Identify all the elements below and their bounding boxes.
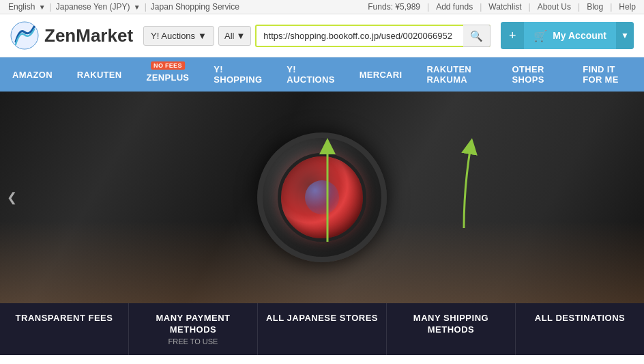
auction-dropdown-label: Y! Auctions xyxy=(151,31,195,41)
camera-scene xyxy=(0,92,644,303)
nav-item-label: Y! SHOPPING xyxy=(214,64,262,85)
hero-section: ❮ xyxy=(0,92,644,303)
feature-item-3: MANY SHIPPING METHODS xyxy=(387,303,516,355)
my-account-group: + 🛒 My Account ▼ xyxy=(501,22,634,49)
sep2: | xyxy=(480,2,482,12)
scroll-left-chevron[interactable]: ❮ xyxy=(7,190,17,205)
nav-item-label: MERCARI xyxy=(360,70,402,80)
my-account-button[interactable]: 🛒 My Account xyxy=(524,22,616,49)
search-input[interactable] xyxy=(255,25,491,47)
currency-selector[interactable]: Japanese Yen (JPY) ▼ xyxy=(56,2,141,12)
top-bar-right: Funds: ¥5,989 | Add funds | Watchlist | … xyxy=(368,2,636,12)
feature-title: MANY SHIPPING METHODS xyxy=(394,313,508,336)
feature-title: ALL DESTINATIONS xyxy=(523,313,637,324)
feature-title: ALL JAPANESE STORES xyxy=(265,313,379,324)
feature-item-4: ALL DESTINATIONS xyxy=(516,303,644,355)
cart-icon: 🛒 xyxy=(533,29,547,42)
header: ZenMarket Y! Auctions ▼ All ▼ 🔍 + 🛒 My A… xyxy=(0,14,644,57)
nav-item-label: Y! AUCTIONS xyxy=(287,64,334,85)
nav-bar: AMAZONRAKUTENNO FEESZENPLUSY! SHOPPINGY!… xyxy=(0,57,644,92)
search-input-wrapper: 🔍 xyxy=(255,25,491,47)
hero-background: ❮ xyxy=(0,92,644,303)
sep5: | xyxy=(610,2,612,12)
funds-display: Funds: ¥5,989 xyxy=(368,2,420,12)
about-us-link[interactable]: About Us xyxy=(538,2,571,12)
camera-lens xyxy=(257,132,387,262)
nav-item-rakuten[interactable]: RAKUTEN xyxy=(65,63,134,87)
feature-subtitle: FREE TO USE xyxy=(136,337,250,346)
logo-text: ZenMarket xyxy=(44,25,133,46)
all-dropdown-label: All xyxy=(224,31,234,41)
all-dropdown-arrow: ▼ xyxy=(236,31,245,41)
language-selector[interactable]: English ▼ xyxy=(8,2,46,12)
nav-item-label: AMAZON xyxy=(12,70,53,80)
logo-link[interactable]: ZenMarket xyxy=(10,21,133,50)
nav-item-label: RAKUTEN xyxy=(77,70,122,80)
sep4: | xyxy=(578,2,580,12)
feature-item-2: ALL JAPANESE STORES xyxy=(258,303,387,355)
nav-item-y--shopping[interactable]: Y! SHOPPING xyxy=(201,57,274,92)
nav-item-label: ZENPLUS xyxy=(147,72,190,83)
nav-item-amazon[interactable]: AMAZON xyxy=(0,63,65,87)
search-button[interactable]: 🔍 xyxy=(463,25,491,47)
nav-item-label: FIND IT FOR ME xyxy=(583,64,632,85)
search-area: Y! Auctions ▼ All ▼ 🔍 xyxy=(143,25,491,47)
auction-dropdown-arrow: ▼ xyxy=(198,31,207,41)
all-dropdown[interactable]: All ▼ xyxy=(218,26,251,46)
feature-title: TRANSPARENT FEES xyxy=(7,313,121,324)
features-section: TRANSPARENT FEESMANY PAYMENT METHODSFREE… xyxy=(0,303,644,355)
nav-item-label: OTHER SHOPS xyxy=(512,64,559,85)
nav-item-other-shops[interactable]: OTHER SHOPS xyxy=(500,57,571,92)
nav-item-find-it-for-me[interactable]: FIND IT FOR ME xyxy=(570,57,644,92)
help-link[interactable]: Help xyxy=(619,2,636,12)
add-to-cart-button[interactable]: + xyxy=(501,22,524,49)
lens-reflex xyxy=(305,180,339,214)
nav-item-zenplus[interactable]: NO FEESZENPLUS xyxy=(134,60,202,89)
my-account-label: My Account xyxy=(553,30,606,41)
feature-title: MANY PAYMENT METHODS xyxy=(136,313,250,336)
separator: | xyxy=(50,2,52,12)
nav-item-rakuten-rakuma[interactable]: Rakuten Rakuma xyxy=(414,57,499,92)
blog-link[interactable]: Blog xyxy=(587,2,603,12)
service-label: Japan Shopping Service xyxy=(151,2,239,12)
currency-arrow-icon: ▼ xyxy=(134,3,141,11)
lens-inner xyxy=(278,153,366,242)
lang-arrow-icon: ▼ xyxy=(39,3,46,11)
logo-icon xyxy=(10,21,39,50)
sep: | xyxy=(427,2,429,12)
feature-item-0: TRANSPARENT FEES xyxy=(0,303,129,355)
top-bar: English ▼ | Japanese Yen (JPY) ▼ | Japan… xyxy=(0,0,644,14)
feature-item-1: MANY PAYMENT METHODSFREE TO USE xyxy=(129,303,258,355)
auction-dropdown[interactable]: Y! Auctions ▼ xyxy=(143,26,214,46)
watchlist-link[interactable]: Watchlist xyxy=(488,2,521,12)
nav-item-mercari[interactable]: MERCARI xyxy=(347,63,415,87)
sep3: | xyxy=(529,2,531,12)
add-funds-link[interactable]: Add funds xyxy=(436,2,473,12)
separator2: | xyxy=(145,2,147,12)
nav-item-y--auctions[interactable]: Y! AUCTIONS xyxy=(274,57,347,92)
no-fees-badge: NO FEES xyxy=(151,61,185,70)
top-bar-left: English ▼ | Japanese Yen (JPY) ▼ | Japan… xyxy=(8,2,239,12)
nav-item-label: Rakuten Rakuma xyxy=(426,64,487,85)
my-account-dropdown-button[interactable]: ▼ xyxy=(616,22,634,49)
